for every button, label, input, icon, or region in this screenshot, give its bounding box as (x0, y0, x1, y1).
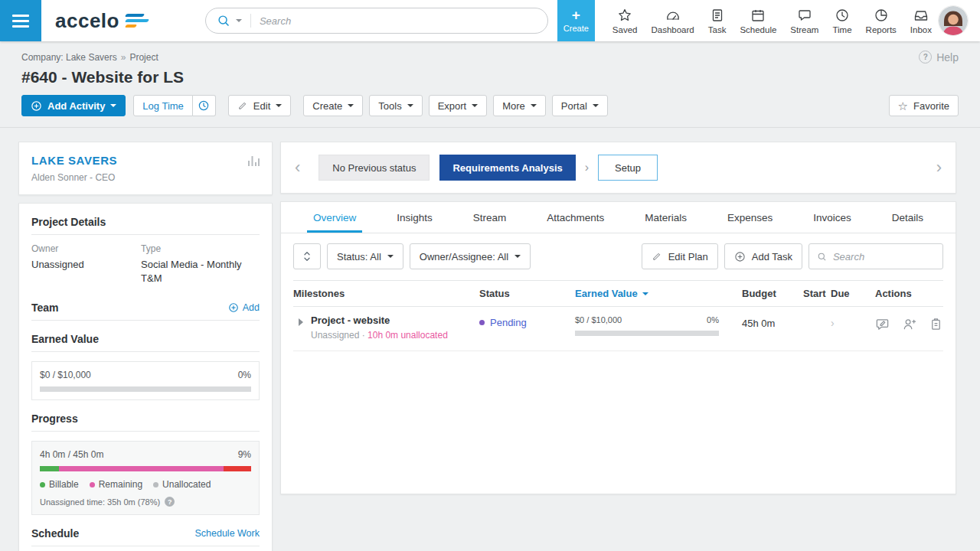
legend-remaining: Remaining (90, 479, 142, 490)
tasks-clipboard-icon[interactable] (929, 317, 943, 331)
tab-details[interactable]: Details (886, 202, 929, 233)
log-time-button[interactable]: Log Time (133, 95, 192, 116)
tab-stream[interactable]: Stream (467, 202, 513, 233)
user-avatar[interactable] (939, 6, 968, 35)
portal-dropdown-button[interactable]: Portal (552, 95, 608, 116)
star-outline-icon: ☆ (898, 100, 908, 112)
earned-value-panel: $0 / $10,000 0% (31, 361, 260, 400)
nav-item-time[interactable]: Time (825, 8, 858, 34)
status-next-arrow-icon[interactable]: › (936, 159, 942, 176)
breadcrumb-separator: » (121, 52, 126, 63)
tab-materials[interactable]: Materials (639, 202, 693, 233)
status-filter-dropdown[interactable]: Status: All (327, 243, 403, 269)
caret-down-icon (531, 104, 537, 107)
create-button[interactable]: + Create (557, 0, 595, 41)
add-activity-bubble-icon[interactable] (875, 317, 890, 331)
milestone-subtitle: Unassigned · 10h 0m unallocated (311, 330, 448, 341)
caret-down-icon (514, 255, 521, 258)
legend-billable: Billable (40, 479, 79, 490)
caret-down-icon (593, 104, 599, 107)
progress-text: 4h 0m / 45h 0m (40, 449, 103, 460)
question-mark-icon[interactable]: ? (165, 497, 175, 507)
tab-overview[interactable]: Overview (307, 202, 362, 233)
content-area: LAKE SAVERS Alden Sonner - CEO Project D… (0, 128, 980, 551)
status-prev-arrow-icon[interactable]: ‹ (295, 159, 300, 176)
tab-invoices[interactable]: Invoices (807, 202, 858, 233)
due-chevron-icon[interactable]: › (831, 315, 875, 329)
action-bar: Add Activity Log Time Edit Create Tools … (0, 86, 980, 128)
nav-item-schedule[interactable]: Schedule (733, 8, 783, 34)
global-search[interactable] (205, 8, 548, 34)
owner-value: Unassigned (31, 258, 130, 285)
status-cell[interactable]: Pending (479, 315, 575, 328)
expand-collapse-button[interactable] (293, 243, 321, 269)
accelo-logo[interactable]: accelo (55, 9, 149, 33)
top-bar: accelo + Create Saved Dashboard Task Sch… (0, 0, 980, 41)
more-dropdown-button[interactable]: More (493, 95, 546, 116)
tab-attachments[interactable]: Attachments (541, 202, 610, 233)
add-task-button[interactable]: Add Task (724, 243, 802, 269)
table-row: Project - website Unassigned · 10h 0m un… (293, 307, 943, 351)
budget-cell: 45h 0m (742, 315, 803, 329)
edit-button[interactable]: Edit (228, 95, 291, 116)
progress-seg-billable (40, 466, 59, 471)
tab-insights[interactable]: Insights (390, 202, 439, 233)
owner-filter-dropdown[interactable]: Owner/Assignee: All (410, 243, 531, 269)
stream-bubble-icon (797, 8, 812, 23)
sort-chevrons-icon (301, 249, 313, 263)
schedule-work-link[interactable]: Schedule Work (194, 528, 260, 539)
nav-item-inbox[interactable]: Inbox (903, 8, 939, 34)
tools-dropdown-button[interactable]: Tools (369, 95, 422, 116)
favorite-button[interactable]: ☆ Favorite (889, 95, 959, 116)
edit-plan-button[interactable]: Edit Plan (642, 243, 718, 269)
milestone-cell: Project - website Unassigned · 10h 0m un… (293, 315, 479, 341)
progress-percent: 9% (238, 449, 251, 460)
progress-section-header: Progress (31, 400, 260, 432)
progress-bar (40, 466, 251, 471)
company-contact: Alden Sonner - CEO (31, 172, 260, 183)
progress-panel: 4h 0m / 45h 0m 9% Billable Remaining (31, 441, 260, 515)
table-search-input[interactable] (833, 251, 935, 262)
expand-row-icon[interactable] (299, 318, 303, 326)
help-button[interactable]: ? Help (919, 51, 959, 64)
plus-circle-icon (31, 100, 42, 112)
company-link[interactable]: LAKE SAVERS (31, 154, 260, 167)
team-section-header: Team Add (31, 289, 260, 321)
nav-item-reports[interactable]: Reports (859, 8, 903, 34)
reports-pie-icon (874, 8, 889, 23)
avatar-image (939, 6, 968, 35)
pending-status-dot (479, 320, 485, 325)
status-progression-card: ‹ No Previous status Requirements Analys… (280, 142, 956, 194)
team-add-link[interactable]: Add (228, 302, 260, 313)
add-activity-button[interactable]: Add Activity (21, 95, 126, 116)
milestone-name-link[interactable]: Project - website (311, 315, 448, 326)
table-search[interactable] (808, 243, 943, 269)
accelo-logo-mark-icon (126, 14, 149, 28)
pencil-icon (237, 100, 248, 111)
status-separator-chevron-icon: › (585, 161, 589, 174)
export-dropdown-button[interactable]: Export (429, 95, 488, 116)
status-current: Requirements Analysis (439, 155, 575, 181)
bar-chart-icon[interactable] (246, 153, 261, 168)
global-search-input[interactable] (260, 15, 537, 27)
earned-value-bar (40, 386, 251, 392)
nav-item-dashboard[interactable]: Dashboard (644, 8, 701, 34)
breadcrumb-company-link[interactable]: Company: Lake Savers (21, 52, 117, 63)
search-divider (250, 14, 251, 28)
tab-expenses[interactable]: Expenses (721, 202, 779, 233)
nav-item-saved[interactable]: Saved (606, 8, 645, 34)
nav-item-task[interactable]: Task (701, 8, 733, 34)
table-header-row: Milestones Status Earned Value Budget St… (293, 280, 943, 307)
search-scope-caret-icon[interactable] (236, 19, 242, 22)
search-icon (817, 251, 827, 262)
project-tabs-card: Overview Insights Stream Attachments Mat… (280, 201, 956, 494)
status-next-button[interactable]: Setup (598, 155, 658, 181)
create-dropdown-button[interactable]: Create (303, 95, 363, 116)
assign-user-icon[interactable] (902, 317, 916, 331)
progress-legend: Billable Remaining Unallocated (40, 479, 251, 490)
nav-item-stream[interactable]: Stream (783, 8, 825, 34)
hamburger-menu-button[interactable] (0, 0, 41, 41)
breadcrumb-current: Project (129, 52, 158, 63)
timer-button[interactable] (193, 95, 216, 116)
col-earned-value-sort[interactable]: Earned Value (575, 288, 742, 299)
